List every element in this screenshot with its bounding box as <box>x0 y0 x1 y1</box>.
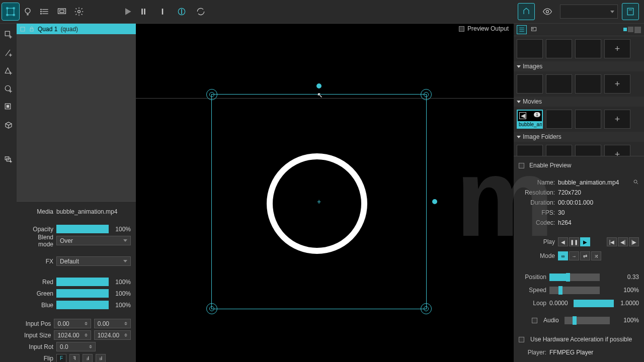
movies-section-header[interactable]: Movies <box>514 97 644 107</box>
loop-mode-button[interactable]: ∞ <box>558 251 568 260</box>
blue-slider[interactable] <box>56 301 109 309</box>
empty-slot[interactable] <box>546 74 572 94</box>
library-list-tab[interactable] <box>517 25 527 34</box>
layer-row-selected[interactable]: Quad 1 (quad) <box>17 24 136 34</box>
add-triangle-tool[interactable] <box>3 65 15 77</box>
add-media-button[interactable]: + <box>604 39 630 58</box>
library-toggle[interactable] <box>622 3 639 20</box>
media-content-circle <box>267 153 367 254</box>
speed-slider[interactable] <box>549 287 600 294</box>
output-toggle[interactable] <box>518 3 535 20</box>
empty-slot[interactable] <box>546 39 572 58</box>
flip-h-button[interactable]: ꟻ <box>69 354 79 363</box>
empty-slot[interactable] <box>575 39 601 58</box>
svg-rect-37 <box>7 105 9 108</box>
tool-quad[interactable] <box>2 3 19 20</box>
play-icon: ◀ <box>519 112 526 119</box>
once-mode-button[interactable]: → <box>569 251 579 260</box>
hw-accel-checkbox[interactable] <box>519 337 524 342</box>
play-fwd-button[interactable]: ▶ <box>580 237 590 246</box>
step-fwd-button[interactable]: |▶ <box>629 237 639 246</box>
svg-point-5 <box>25 8 30 13</box>
play-small-button[interactable] <box>123 3 133 20</box>
red-slider[interactable] <box>56 278 109 286</box>
svg-line-50 <box>637 183 638 184</box>
svg-rect-42 <box>21 27 25 31</box>
empty-slot[interactable] <box>575 145 601 156</box>
svg-point-13 <box>41 13 42 14</box>
movie-thumb-selected[interactable]: ◀ 1 bubble_an <box>517 110 543 129</box>
svg-point-22 <box>546 11 549 13</box>
thumb-size-large[interactable] <box>634 27 641 33</box>
skip-start-button[interactable]: |◀ <box>607 237 617 246</box>
canvas-viewport[interactable]: Preview Output m + ↖ <box>136 24 514 362</box>
add-circle-tool[interactable] <box>3 83 15 95</box>
layers-panel: Quad 1 (quad) + − ⤢ ⊡ Mediabubble_animat… <box>17 24 136 362</box>
input-pos-y[interactable]: 0.00 <box>94 319 131 328</box>
flip-hv-button[interactable]: ᖵ <box>96 354 106 363</box>
thumb-label: bubble_an <box>518 121 542 128</box>
flip-v-button[interactable]: Ⅎ <box>83 354 93 363</box>
play-pause-button[interactable]: ❚❚ <box>569 237 579 246</box>
fx-select[interactable]: Default <box>56 256 131 266</box>
tool-output[interactable] <box>53 3 70 20</box>
green-slider[interactable] <box>56 289 109 298</box>
visibility-toggle[interactable] <box>539 3 556 20</box>
empty-slot[interactable] <box>517 74 543 94</box>
add-folder-button[interactable]: + <box>604 145 630 156</box>
empty-slot[interactable] <box>517 39 543 58</box>
right-mid-handle[interactable] <box>431 198 438 205</box>
record-button[interactable] <box>173 3 190 20</box>
thumb-size-small[interactable] <box>623 28 627 31</box>
input-size-h[interactable]: 1024.00 <box>94 330 131 340</box>
empty-slot[interactable] <box>575 74 601 94</box>
audio-checkbox[interactable] <box>532 318 537 323</box>
position-slider[interactable] <box>549 274 600 281</box>
input-rot[interactable]: 0.0 <box>56 342 96 351</box>
add-line-tool[interactable] <box>3 47 15 59</box>
thumb-size-med[interactable] <box>628 27 633 32</box>
empty-slot[interactable] <box>546 145 572 156</box>
library-grid-tab[interactable] <box>529 25 539 34</box>
media-name-value: bubble_animation.mp4 <box>558 179 619 186</box>
search-icon[interactable] <box>633 179 639 187</box>
preset-dropdown[interactable] <box>560 5 618 19</box>
svg-point-49 <box>634 180 637 183</box>
top-mid-handle[interactable] <box>315 82 323 89</box>
add-rect-tool[interactable] <box>3 29 15 41</box>
sync-button[interactable] <box>192 3 209 20</box>
random-mode-button[interactable]: ⤮ <box>591 251 601 260</box>
add-group-tool[interactable] <box>3 153 15 165</box>
pause-button[interactable] <box>135 3 152 20</box>
tool-list[interactable] <box>36 3 53 20</box>
svg-rect-47 <box>531 27 536 31</box>
empty-slot[interactable] <box>575 110 601 129</box>
opacity-slider[interactable] <box>56 225 109 233</box>
svg-point-33 <box>5 85 11 91</box>
stop-button[interactable] <box>154 3 171 20</box>
step-back-button[interactable]: ◀| <box>618 237 628 246</box>
preview-output-toggle[interactable]: Preview Output <box>459 25 509 32</box>
add-3d-tool[interactable] <box>3 119 15 131</box>
top-toolbar <box>0 0 644 24</box>
cursor-icon: ↖ <box>317 91 323 99</box>
tool-bulb[interactable] <box>19 3 36 20</box>
empty-slot[interactable] <box>517 145 543 156</box>
left-toolbar <box>0 24 17 362</box>
bounce-mode-button[interactable]: ⇄ <box>580 251 590 260</box>
play-rev-button[interactable]: ◀ <box>558 237 568 246</box>
input-pos-x[interactable]: 0.00 <box>54 319 91 328</box>
empty-slot[interactable] <box>546 110 572 129</box>
audio-slider[interactable] <box>565 317 610 324</box>
images-section-header[interactable]: Images <box>514 61 644 71</box>
flip-none-button[interactable]: F <box>56 354 66 363</box>
input-size-w[interactable]: 1024.00 <box>54 330 91 340</box>
add-image-button[interactable]: + <box>604 74 630 94</box>
add-mask-tool[interactable] <box>3 101 15 113</box>
blend-mode-select[interactable]: Over <box>56 236 131 245</box>
add-movie-button[interactable]: + <box>604 110 630 129</box>
loop-range-slider[interactable] <box>574 300 614 307</box>
tool-settings[interactable] <box>70 3 88 20</box>
svg-rect-23 <box>627 8 633 15</box>
media-name: bubble_animation.mp4 <box>56 208 131 215</box>
